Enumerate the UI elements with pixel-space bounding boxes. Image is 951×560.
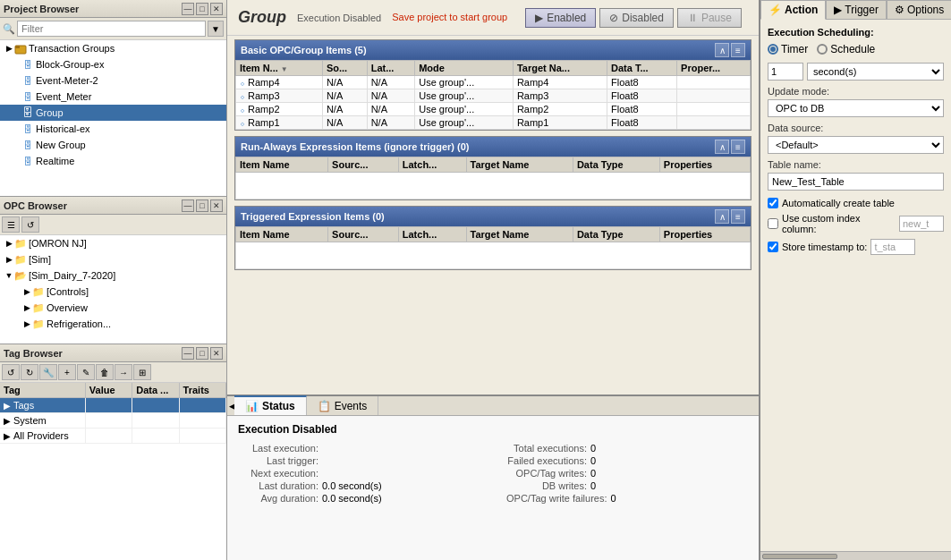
tag-refresh-button[interactable]: ↺ [2, 364, 20, 380]
tag-row-tags[interactable]: ▶Tags [0, 398, 226, 413]
table-row[interactable]: ⬦ Ramp3 N/A N/A Use group'... Ramp3 Floa… [236, 89, 751, 103]
tab-trigger[interactable]: ▶ Trigger [826, 0, 887, 20]
table-row[interactable]: ⬦ Ramp1 N/A N/A Use group'... Ramp1 Floa… [236, 116, 751, 130]
custom-index-input[interactable] [899, 216, 944, 232]
opc-item-label: Refrigeration... [47, 318, 111, 329]
events-tab-icon: 📋 [318, 400, 331, 412]
collapse-button[interactable]: ∧ [715, 209, 729, 224]
filter-options-button[interactable]: ▼ [208, 21, 224, 37]
close-button[interactable]: ✕ [210, 3, 223, 15]
last-duration-row: Last duration: 0.0 second(s) [238, 480, 480, 491]
tag-move-button[interactable]: → [115, 364, 132, 380]
tag-row-all-providers[interactable]: ▶All Providers [0, 428, 226, 444]
arrow-icon[interactable]: ▶ [21, 318, 32, 329]
minimize-button[interactable]: — [182, 347, 194, 360]
radio-schedule-label: Schedule [830, 43, 875, 55]
folder-icon: 📁 [32, 318, 45, 330]
section-controls: ∧ ≡ [715, 43, 745, 57]
radio-schedule[interactable]: Schedule [817, 43, 875, 55]
arrow-icon[interactable]: ▶ [4, 238, 14, 249]
table-row[interactable]: ⬦ Ramp4 N/A N/A Use group'... Ramp4 Floa… [236, 76, 751, 89]
save-link[interactable]: Save project to start group [392, 11, 507, 23]
custom-index-checkbox[interactable] [768, 218, 778, 229]
tab-action[interactable]: ⚡ Action [760, 0, 826, 20]
opc-refresh-button[interactable]: ↺ [21, 216, 39, 233]
tag-row-system[interactable]: ▶System [0, 413, 226, 428]
root-arrow[interactable]: ▶ [4, 43, 14, 54]
opc-settings-button[interactable]: ☰ [2, 216, 20, 233]
tag-settings-button[interactable]: 🔧 [39, 364, 57, 380]
close-button[interactable]: ✕ [210, 199, 223, 212]
tag-refresh2-button[interactable]: ↻ [21, 364, 38, 380]
disabled-button[interactable]: ⊘ Disabled [599, 8, 674, 28]
menu-button[interactable]: ≡ [731, 209, 745, 224]
menu-button[interactable]: ≡ [731, 43, 745, 57]
tag-col-data: Data ... [132, 383, 179, 397]
tree-item-event-meter[interactable]: 🗄 Event_Meter [0, 89, 226, 105]
tab-options[interactable]: ⚙ Options [887, 0, 951, 20]
opc-item-refrigeration[interactable]: ▶ 📁 Refrigeration... [0, 316, 226, 332]
folder-icon: 📁 [32, 301, 45, 314]
tab-events[interactable]: 📋 Events [307, 396, 379, 415]
auto-create-checkbox[interactable] [768, 198, 778, 208]
arrow-icon[interactable]: ▶ [21, 302, 32, 313]
opc-item-controls[interactable]: ▶ 📁 [Controls] [0, 284, 226, 300]
interval-unit-select[interactable]: second(s) minute(s) hour(s) [807, 63, 944, 81]
tree-item-new-group[interactable]: 🗄 New Group [0, 137, 226, 153]
store-timestamp-input[interactable] [870, 239, 915, 255]
tree-item-historical[interactable]: 🗄 Historical-ex [0, 121, 226, 137]
tree-item-realtime[interactable]: 🗄 Realtime [0, 153, 226, 169]
db-icon: 🗄 [21, 123, 34, 135]
interval-input[interactable] [768, 63, 803, 81]
restore-button[interactable]: □ [196, 199, 208, 212]
opc-item-omron[interactable]: ▶ 📁 [OMRON NJ] [0, 235, 226, 251]
table-name-input[interactable] [768, 173, 944, 191]
arrow-icon[interactable]: ▶ [21, 286, 32, 297]
execution-status: Execution Disabled [297, 13, 381, 23]
minimize-button[interactable]: — [182, 199, 194, 212]
pause-button[interactable]: ⏸ Pause [677, 8, 742, 28]
right-panel-scrollbar[interactable] [760, 551, 951, 560]
db-icon: 🗄 [21, 74, 34, 87]
tag-col-value: Value [86, 383, 132, 397]
col-item-name: Item Name [236, 227, 328, 242]
restore-button[interactable]: □ [196, 3, 208, 15]
scrollbar-thumb[interactable] [762, 554, 837, 559]
radio-timer[interactable]: Timer [768, 43, 808, 55]
tree-item-event-meter2[interactable]: 🗄 Event-Meter-2 [0, 72, 226, 89]
tables-area: Basic OPC/Group Items (5) ∧ ≡ Item N... … [227, 36, 759, 395]
opc-item-sim[interactable]: ▶ 📁 [Sim] [0, 251, 226, 267]
radio-schedule-dot [817, 44, 828, 55]
cell-properties [677, 89, 751, 103]
minimize-button[interactable]: — [182, 3, 194, 15]
close-button[interactable]: ✕ [210, 347, 223, 360]
arrow-icon[interactable]: ▶ [4, 254, 14, 265]
enabled-button[interactable]: ▶ Enabled [525, 8, 596, 28]
data-source-select[interactable]: <Default> [768, 136, 944, 154]
tag-add-button[interactable]: + [58, 364, 76, 380]
menu-button[interactable]: ≡ [731, 140, 745, 154]
tree-item-block-group[interactable]: 🗄 Block-Group-ex [0, 56, 226, 72]
tag-delete-button[interactable]: 🗑 [96, 364, 114, 380]
tree-item-label: Transaction Groups [29, 43, 115, 54]
opc-item-sim-dairy[interactable]: ▼ 📂 [Sim_Dairy_7-2020] [0, 267, 226, 284]
opc-browser-controls: — □ ✕ [182, 199, 223, 212]
opc-item-overview[interactable]: ▶ 📁 Overview [0, 300, 226, 316]
tree-item-group[interactable]: 🗄 Group [0, 105, 226, 121]
tag-view-button[interactable]: ⊞ [133, 364, 151, 380]
filter-input[interactable] [17, 21, 206, 37]
custom-index-label: Use custom index column: [782, 213, 896, 234]
tag-edit-button[interactable]: ✎ [77, 364, 95, 380]
collapse-button[interactable]: ∧ [715, 43, 729, 57]
restore-button[interactable]: □ [196, 347, 208, 360]
table-row[interactable]: ⬦ Ramp2 N/A N/A Use group'... Ramp2 Floa… [236, 103, 751, 116]
tab-status[interactable]: 📊 Status [234, 395, 307, 415]
cell-item-name: ⬦ Ramp2 [236, 103, 323, 116]
tree-item-root[interactable]: ▶ Transaction Groups [0, 40, 226, 56]
cell-properties [677, 103, 751, 116]
collapse-button[interactable]: ∧ [715, 140, 729, 154]
store-timestamp-checkbox[interactable] [768, 242, 778, 252]
arrow-icon[interactable]: ▼ [4, 270, 14, 281]
opc-browser-titlebar: OPC Browser — □ ✕ [0, 197, 226, 215]
update-mode-select[interactable]: OPC to DB DB to OPC [768, 99, 944, 117]
